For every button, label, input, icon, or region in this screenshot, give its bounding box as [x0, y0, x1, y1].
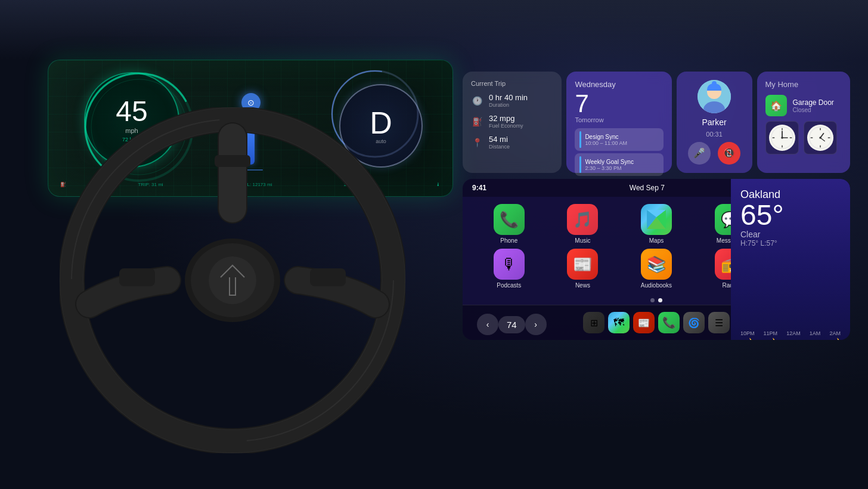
- trip-widget: Current Trip 🕐 0 hr 40 min Duration ⛽ 32…: [463, 72, 562, 173]
- trip-duration-info: 0 hr 40 min Duration: [489, 93, 553, 108]
- phone-icon: 📞: [494, 204, 525, 235]
- clock-face-2: [807, 125, 833, 151]
- nav-back-button[interactable]: ‹: [477, 314, 498, 335]
- steering-area: 45 mph 72 km/h ⊙ D auto ⛽ T: [0, 0, 465, 489]
- event-2-name: Weekly Goal Sync: [585, 159, 634, 165]
- event-1-time: 10:00 – 11:00 AM: [585, 140, 627, 146]
- forecast-11pm-icon: 🌙: [765, 338, 776, 340]
- forecast-12am-time: 12AM: [786, 330, 801, 336]
- right-panel: Current Trip 🕐 0 hr 40 min Duration ⛽ 32…: [463, 72, 850, 340]
- garage-door-item[interactable]: 🏠 Garage Door Closed: [765, 95, 842, 116]
- app-maps[interactable]: Maps: [622, 204, 691, 244]
- forecast-1am-icon: ☁: [811, 338, 819, 340]
- event-1-name: Design Sync: [585, 134, 627, 140]
- dock-news-icon[interactable]: 📰: [633, 312, 655, 333]
- nav-forward-button[interactable]: ›: [525, 314, 547, 335]
- fuel-pump-icon: ⛽: [471, 116, 483, 128]
- clock-row: [765, 121, 842, 154]
- forecast-2am-time: 2AM: [829, 330, 841, 336]
- weather-temp: 65°: [740, 201, 841, 230]
- clock-1: [765, 121, 799, 154]
- nav-temp: 74: [498, 316, 525, 333]
- app-phone[interactable]: 📞 Phone: [475, 204, 544, 244]
- weather-hi-lo: H:75° L:57°: [740, 239, 841, 247]
- calendar-day-name: Wednesday: [575, 80, 663, 89]
- trip-duration-label: Duration: [489, 102, 553, 108]
- calendar-tomorrow: Tomorrow: [575, 116, 663, 123]
- contact-actions: 🎤 📵: [688, 142, 740, 165]
- app-music[interactable]: 🎵 Music: [548, 204, 618, 244]
- steering-wheel: [60, 107, 405, 453]
- app-podcasts-label: Podcasts: [497, 282, 521, 289]
- podcasts-icon: 🎙: [494, 249, 525, 280]
- contact-avatar: [698, 80, 731, 113]
- distance-icon: 📍: [471, 137, 483, 148]
- clock-face-1: [769, 125, 795, 151]
- event-2-details: Weekly Goal Sync 2:30 – 3:30 PM: [585, 159, 634, 171]
- svg-rect-13: [310, 268, 346, 286]
- screen-date: Wed Sep 7: [630, 184, 665, 192]
- forecast-2am: 2AM 🌙 64°: [829, 330, 841, 340]
- forecast-2am-icon: 🌙: [830, 338, 840, 340]
- garage-info: Garage Door Closed: [793, 98, 834, 113]
- trip-fuel-value: 32 mpg: [489, 114, 553, 123]
- end-call-button[interactable]: 📵: [718, 142, 740, 165]
- forecast-12am: 12AM ☁ 65°: [786, 330, 801, 340]
- weather-description: Clear: [740, 230, 841, 239]
- dock-maps-icon[interactable]: 🗺: [608, 312, 630, 333]
- contact-widget: Parker 00:31 🎤 📵: [677, 72, 752, 173]
- audiobooks-icon: 📚: [641, 249, 672, 280]
- dock-grid-icon[interactable]: ⊞: [583, 312, 604, 333]
- forecast-10pm: 10PM 🌙 65°: [740, 330, 755, 340]
- app-maps-label: Maps: [649, 237, 664, 244]
- forecast-1am-time: 1AM: [810, 330, 821, 336]
- calendar-event-2[interactable]: Weekly Goal Sync 2:30 – 3:30 PM: [575, 153, 663, 176]
- event-2-time: 2:30 – 3:30 PM: [585, 165, 634, 171]
- forecast-1am: 1AM ☁ 64°: [810, 330, 821, 340]
- dock-phone-icon[interactable]: 📞: [658, 312, 680, 333]
- screen-time: 9:41: [472, 184, 486, 192]
- app-news[interactable]: 📰 News: [548, 249, 618, 289]
- event-bar-1: [579, 131, 581, 148]
- forecast-12am-icon: ☁: [789, 338, 798, 340]
- trip-duration-item: 🕐 0 hr 40 min Duration: [471, 93, 553, 108]
- news-icon: 📰: [567, 249, 598, 280]
- svg-point-26: [781, 137, 783, 139]
- event-bar-2: [579, 156, 581, 173]
- app-podcasts[interactable]: 🎙 Podcasts: [475, 249, 544, 289]
- trip-fuel-info: 32 mpg Fuel Economy: [489, 114, 553, 129]
- dock-fan-icon[interactable]: 🌀: [683, 312, 705, 333]
- dock-nav-left: ‹ 74 ›: [472, 314, 551, 335]
- svg-point-34: [819, 137, 822, 139]
- app-news-label: News: [575, 282, 590, 289]
- calendar-widget[interactable]: Wednesday 7 Tomorrow Design Sync 10:00 –…: [566, 72, 671, 173]
- forecast-11pm-time: 11PM: [764, 330, 778, 336]
- music-icon: 🎵: [567, 204, 598, 235]
- contact-name: Parker: [702, 117, 726, 127]
- calendar-event-1[interactable]: Design Sync 10:00 – 11:00 AM: [575, 128, 663, 151]
- clock-2: [804, 121, 837, 154]
- forecast-10pm-icon: 🌙: [742, 338, 752, 340]
- dock-apps: ⊞ 🗺 📰 📞 🌀 ☰: [583, 312, 730, 333]
- forecast-11pm: 11PM 🌙 65°: [764, 330, 778, 340]
- temp-icon: 🌡: [436, 182, 441, 187]
- carplay-container: 9:41 Wed Sep 7 📶 5G 📞 Phone 🎵: [463, 179, 850, 340]
- svg-rect-14: [215, 155, 250, 167]
- mute-button[interactable]: 🎤: [688, 142, 711, 165]
- dock-menu-icon[interactable]: ☰: [708, 312, 730, 333]
- garage-name: Garage Door: [793, 98, 834, 107]
- garage-status: Closed: [793, 107, 834, 113]
- dot-1: [650, 298, 655, 302]
- trip-fuel-label: Fuel Economy: [489, 123, 553, 129]
- widgets-row: Current Trip 🕐 0 hr 40 min Duration ⛽ 32…: [463, 72, 850, 173]
- weather-panel: Oakland 65° Clear H:75° L:57° 10PM 🌙 65°…: [731, 179, 850, 340]
- app-music-label: Music: [575, 237, 590, 244]
- home-widget[interactable]: My Home 🏠 Garage Door Closed: [757, 72, 851, 173]
- home-widget-title: My Home: [765, 80, 842, 89]
- trip-widget-title: Current Trip: [471, 80, 553, 87]
- dot-2-active: [658, 298, 662, 302]
- weather-low: L:57°: [761, 239, 777, 247]
- app-audiobooks[interactable]: 📚 Audiobooks: [622, 249, 691, 289]
- contact-duration: 00:31: [706, 131, 723, 138]
- maps-icon: [641, 204, 672, 235]
